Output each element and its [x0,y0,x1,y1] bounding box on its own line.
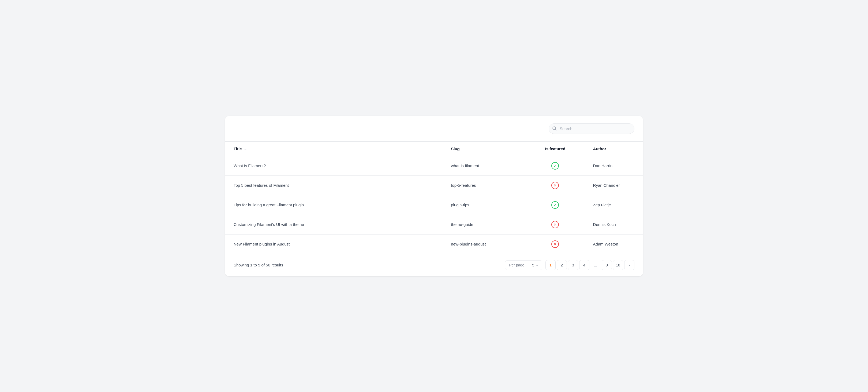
cell-title: Top 5 best features of Filament [225,175,442,195]
table-row: What is Filament?what-is-filament✓Dan Ha… [225,156,643,175]
per-page-value[interactable]: 5 ⌄ [528,260,542,270]
cell-author: Ryan Chandler [585,175,643,195]
cell-author: Adam Weston [585,234,643,254]
footer-right: Per page5 ⌄1234...910› [505,260,634,270]
table-body: What is Filament?what-is-filament✓Dan Ha… [225,156,643,276]
col-header-author: Author [585,142,643,156]
pagination-dots: ... [590,260,601,270]
page-btn-9[interactable]: 9 [602,260,612,270]
col-header-featured: Is featured [526,142,584,156]
pagination: 1234...910› [546,260,634,270]
sort-icon: ⌄ [244,147,247,151]
table-row: Tips for building a great Filament plugi… [225,195,643,215]
cross-icon: ✕ [551,181,559,189]
chevron-down-icon: ⌄ [536,263,538,267]
cell-author: Dan Harrin [585,156,643,175]
cell-featured: ✓ [526,195,584,215]
table-row: New Filament plugins in Augustnew-plugin… [225,234,643,254]
cell-slug: new-plugins-august [442,234,526,254]
search-icon [552,127,557,131]
cell-author: Zep Fietje [585,195,643,215]
page-btn-1[interactable]: 1 [546,260,556,270]
cross-icon: ✕ [551,241,559,248]
cell-title: Tips for building a great Filament plugi… [225,195,442,215]
pagination-next-button[interactable]: › [624,260,634,270]
per-page-select[interactable]: Per page5 ⌄ [505,260,542,270]
svg-line-1 [555,129,556,131]
check-icon: ✓ [551,162,559,170]
cell-slug: theme-guide [442,215,526,234]
data-table: Title ⌄ Slug Is featured Author What is … [225,142,643,276]
cell-author: Dennis Koch [585,215,643,234]
cell-title: Customizing Filament's UI with a theme [225,215,442,234]
cell-featured: ✕ [526,234,584,254]
page-btn-2[interactable]: 2 [557,260,567,270]
main-card: Title ⌄ Slug Is featured Author What is … [225,116,643,276]
cell-title: What is Filament? [225,156,442,175]
page-btn-10[interactable]: 10 [613,260,623,270]
showing-text: Showing 1 to 5 of 50 results [234,263,283,267]
table-row: Top 5 best features of Filamenttop-5-fea… [225,175,643,195]
per-page-label: Per page [505,260,528,270]
table-row: Customizing Filament's UI with a themeth… [225,215,643,234]
cross-icon: ✕ [551,221,559,228]
check-icon: ✓ [551,201,559,209]
cell-slug: plugin-tips [442,195,526,215]
page-btn-3[interactable]: 3 [568,260,578,270]
col-header-title[interactable]: Title ⌄ [225,142,442,156]
table-header: Title ⌄ Slug Is featured Author [225,142,643,156]
search-wrapper [549,123,634,134]
col-header-slug: Slug [442,142,526,156]
search-input[interactable] [549,123,634,134]
footer-cell: Showing 1 to 5 of 50 resultsPer page5 ⌄1… [225,254,643,276]
cell-featured: ✓ [526,156,584,175]
cell-featured: ✕ [526,175,584,195]
cell-featured: ✕ [526,215,584,234]
cell-title: New Filament plugins in August [225,234,442,254]
cell-slug: top-5-features [442,175,526,195]
page-btn-4[interactable]: 4 [579,260,589,270]
card-header [225,116,643,142]
footer-content: Showing 1 to 5 of 50 resultsPer page5 ⌄1… [234,260,634,270]
cell-slug: what-is-filament [442,156,526,175]
footer-row: Showing 1 to 5 of 50 resultsPer page5 ⌄1… [225,254,643,276]
